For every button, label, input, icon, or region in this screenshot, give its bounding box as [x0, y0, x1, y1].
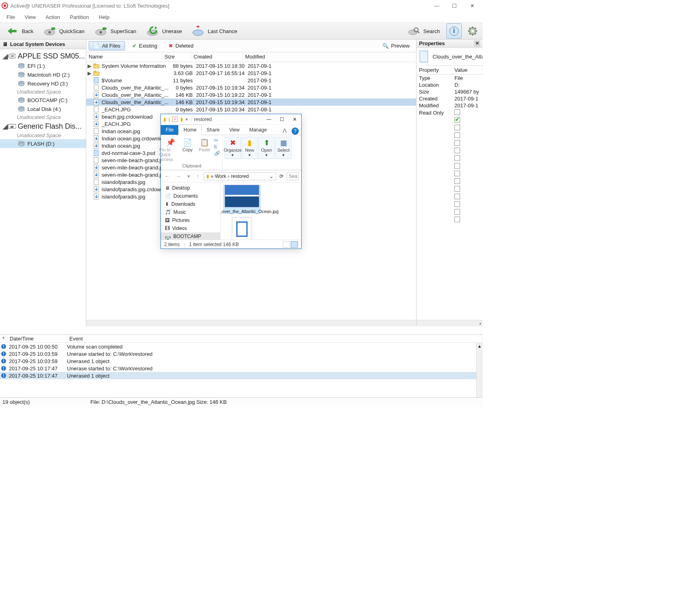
quickscan-button[interactable]: QuickScan: [40, 24, 88, 38]
disk-node[interactable]: ◢ ⇄ Generic Flash Dis...: [0, 121, 86, 132]
unerase-button[interactable]: Unerase: [143, 24, 185, 38]
search-button[interactable]: Search: [404, 24, 443, 38]
log-row[interactable]: !2017-09-25 10:03:59Unerased 1 object: [0, 357, 476, 365]
col-modified[interactable]: Modified: [243, 52, 267, 62]
checkbox[interactable]: [454, 125, 460, 130]
tab-view[interactable]: View: [224, 125, 244, 135]
view-details-button[interactable]: [283, 241, 290, 248]
cut-icon[interactable]: ✂: [214, 138, 220, 143]
col-size[interactable]: Size: [162, 52, 191, 62]
col-created[interactable]: Created: [191, 52, 243, 62]
pin-button[interactable]: 📌Pin to Quick access: [162, 137, 179, 163]
explorer-tree-item[interactable]: 🎵Music: [161, 208, 220, 216]
file-panel-scrollbar[interactable]: [86, 320, 416, 326]
file-row[interactable]: $Volume11 bytes2017-09-1: [86, 77, 416, 84]
tab-manage[interactable]: Manage: [244, 125, 271, 135]
new-button[interactable]: ▮New▾: [242, 137, 258, 159]
explorer-maximize[interactable]: ☐: [275, 114, 288, 125]
checkbox[interactable]: [454, 186, 460, 192]
volume-node[interactable]: Unallocated Space: [0, 113, 86, 121]
volume-node[interactable]: Macintosh HD (2:): [0, 70, 86, 79]
col-name[interactable]: Name: [86, 52, 162, 62]
file-row[interactable]: _EACH.JPG0 bytes2017-09-15 10:20:342017-…: [86, 106, 416, 113]
nav-forward[interactable]: →: [175, 173, 183, 179]
info-panel-toggle[interactable]: i: [446, 23, 462, 39]
explorer-tree-item[interactable]: 🎞Videos: [161, 224, 220, 232]
open-button[interactable]: ⬆Open▾: [258, 137, 275, 159]
settings-button[interactable]: [465, 23, 480, 39]
explorer-tree-item[interactable]: 🖼Pictures: [161, 216, 220, 224]
explorer-tree-item[interactable]: 📄Documents: [161, 192, 220, 200]
checkbox[interactable]: [454, 209, 460, 215]
crumb-restored[interactable]: restored: [231, 173, 249, 179]
file-row[interactable]: ▶System Volume Information88 bytes2017-0…: [86, 62, 416, 69]
checkbox[interactable]: [454, 148, 460, 153]
superscan-button[interactable]: SuperScan: [91, 24, 140, 38]
volume-node[interactable]: Unallocated Space: [0, 132, 86, 139]
close-button[interactable]: ✕: [463, 0, 481, 11]
volume-node[interactable]: Unallocated Space: [0, 88, 86, 96]
checkbox[interactable]: [454, 163, 460, 169]
lastchance-button[interactable]: Last Chance: [188, 24, 240, 38]
crumb-work[interactable]: « Work: [211, 173, 226, 179]
explorer-minimize[interactable]: —: [262, 114, 275, 125]
volume-node[interactable]: Local Disk (4:): [0, 104, 86, 113]
select-button[interactable]: ▦Select▾: [275, 137, 292, 159]
volume-node[interactable]: EFI (1:): [0, 61, 86, 70]
filter-deleted[interactable]: ✖ Deleted: [165, 42, 198, 50]
menu-partition[interactable]: Partition: [65, 13, 94, 22]
collapse-icon[interactable]: ◢: [2, 122, 7, 131]
log-list[interactable]: !2017-09-25 10:00:50Volume scan complete…: [0, 343, 476, 397]
paste-button[interactable]: 📋Paste: [196, 137, 212, 163]
tab-file[interactable]: File: [161, 125, 178, 135]
menu-action[interactable]: Action: [41, 13, 65, 22]
nav-up[interactable]: ↑: [195, 173, 200, 179]
file-thumbnail[interactable]: [223, 217, 261, 240]
checkbox[interactable]: [454, 117, 460, 123]
log-row[interactable]: !2017-09-25 10:17:47Unerase started to: …: [0, 365, 476, 372]
organize-button[interactable]: ✖Organize▾: [225, 137, 241, 159]
expand-icon[interactable]: ▶: [86, 70, 93, 76]
tab-home[interactable]: Home: [178, 125, 202, 135]
tab-share[interactable]: Share: [202, 125, 224, 135]
file-row[interactable]: Clouds_over_the_Atlantic_...146 KB2017-0…: [86, 91, 416, 98]
col-value[interactable]: Value: [452, 66, 483, 74]
properties-scrollbar[interactable]: ›: [417, 320, 483, 326]
checkbox[interactable]: [454, 140, 460, 146]
back-button[interactable]: Back: [2, 24, 37, 38]
maximize-button[interactable]: ☐: [446, 0, 463, 11]
col-star[interactable]: *: [0, 335, 7, 343]
filter-preview[interactable]: 🔍 Preview: [378, 42, 414, 50]
file-row[interactable]: Clouds_over_the_Atlantic_...146 KB2017-0…: [86, 98, 416, 106]
copy-path-icon[interactable]: ⎘: [214, 144, 220, 150]
col-datetime[interactable]: Date/Time: [7, 335, 67, 343]
search-box[interactable]: Sea: [287, 172, 299, 180]
checkbox[interactable]: [454, 217, 460, 222]
expand-icon[interactable]: ▶: [86, 63, 93, 69]
checkbox[interactable]: [454, 194, 460, 199]
paste-shortcut-icon[interactable]: 🔗: [214, 150, 220, 156]
checkbox[interactable]: [454, 132, 460, 138]
nav-history[interactable]: ▾: [186, 173, 192, 179]
explorer-tree-item[interactable]: 🖥Desktop: [161, 184, 220, 192]
log-row[interactable]: !2017-09-25 10:00:50Volume scan complete…: [0, 343, 476, 350]
checkbox[interactable]: [454, 178, 460, 184]
explorer-close[interactable]: ✕: [288, 114, 301, 125]
log-row[interactable]: !2017-09-25 10:03:59Unerase started to: …: [0, 350, 476, 357]
checkbox[interactable]: [454, 155, 460, 161]
minimize-button[interactable]: —: [428, 0, 446, 11]
explorer-tree-item[interactable]: 💽BOOTCAMP (C:)⌄: [161, 232, 220, 240]
explorer-content[interactable]: Clouds_over_the_Atlantic_Ocean.jpg: [221, 182, 301, 240]
checkbox[interactable]: [454, 171, 460, 176]
file-row[interactable]: Clouds_over_the_Atlantic_...0 bytes2017-…: [86, 84, 416, 91]
copy-button[interactable]: 📄Copy: [179, 137, 196, 163]
disk-node[interactable]: ◢ APPLE SSD SM05...: [0, 51, 86, 61]
nav-back[interactable]: ←: [163, 173, 171, 179]
menu-file[interactable]: File: [2, 13, 20, 22]
volume-node[interactable]: BOOTCAMP (C:): [0, 96, 86, 104]
view-thumbnails-button[interactable]: [291, 241, 298, 248]
log-row[interactable]: !2017-09-25 10:17:47Unerased 1 object: [0, 372, 476, 379]
check-icon[interactable]: ✓: [172, 117, 178, 122]
explorer-tree-item[interactable]: ⬇Downloads: [161, 200, 220, 208]
filter-existing[interactable]: ✔ Existing: [128, 42, 162, 50]
